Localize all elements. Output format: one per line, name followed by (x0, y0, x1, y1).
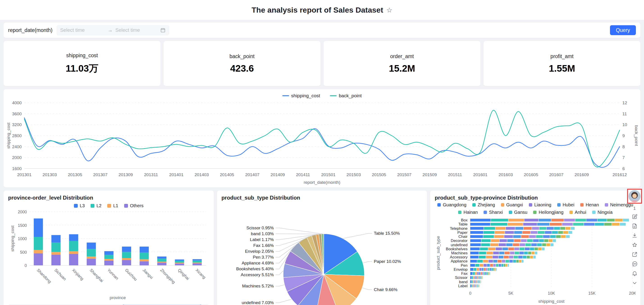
svg-text:201405: 201405 (220, 172, 234, 177)
hbar-segment-Guangdong (470, 260, 477, 262)
legend-swatch (472, 203, 476, 206)
hbar-chart[interactable]: 05K10K15K20KBoxTableTelephonePaperChairD… (435, 217, 636, 305)
hbar-segment-Henan (514, 239, 521, 242)
legend-item-Hainan[interactable]: Hainan (458, 210, 478, 215)
kpi-value: 423.6 (230, 63, 254, 74)
legend-item-Anhui[interactable]: Anhui (570, 210, 586, 215)
bar-segment-L1 (175, 263, 184, 264)
legend-item-Others[interactable]: Others (124, 203, 144, 208)
hbar-segment-Guangdong (470, 280, 472, 283)
hbar-segment-Anhui (538, 248, 542, 250)
svg-text:201409: 201409 (270, 172, 285, 177)
line-chart-card: shipping_costback_point 1600620007240082… (4, 89, 640, 188)
hbar-segment-Ningxia (490, 272, 490, 275)
hbar-segment-Ningxia (566, 235, 570, 238)
bar-segment-L3 (52, 235, 60, 242)
legend-item-shipping_cost[interactable]: shipping_cost (282, 93, 320, 98)
bar-segment-L3 (140, 247, 149, 252)
end-time-input[interactable]: Select time (115, 27, 160, 33)
legend-item-L3[interactable]: L3 (74, 203, 85, 208)
kpi-row: shipping_cost 11.03万 back_point 423.6 or… (4, 41, 640, 86)
hbar-segment-Shanxi (586, 219, 597, 222)
filter-label: report_date(month) (8, 27, 52, 33)
hbar-segment-Zhejiang (472, 276, 473, 279)
chart-title: product_sub_type Distribution (222, 194, 423, 200)
hbar-segment-Hainan (484, 272, 485, 275)
chevron-down-icon[interactable] (629, 278, 640, 288)
star-icon[interactable] (629, 240, 640, 250)
pie-chart[interactable]: Scissor 0.95%band 1.03%Label 1.17%Fax 1.… (222, 202, 422, 305)
legend-item-back_point[interactable]: back_point (330, 93, 362, 98)
legend-item-Guangxi[interactable]: Guangxi (501, 202, 523, 208)
start-time-input[interactable]: Select time (60, 27, 105, 33)
hbar-segment-Liaoning (477, 272, 479, 275)
hbar-segment-Shanxi (543, 235, 550, 238)
hbar-segment-Hubei (499, 256, 504, 258)
legend-swatch (557, 203, 561, 206)
hbar-segment-Guangxi (508, 219, 524, 222)
hbar-segment-Liaoning (493, 252, 499, 254)
edit-icon[interactable] (629, 212, 640, 221)
favorite-star-icon[interactable]: ☆ (386, 6, 392, 14)
legend-item-Liaoning[interactable]: Liaoning (529, 202, 552, 208)
svg-text:product_sub_type: product_sub_type (436, 236, 441, 270)
legend-label: Henan (586, 202, 599, 208)
bottom-charts-row: province-order_level Distribution L3L2L1… (4, 190, 640, 305)
legend-item-Shanxi[interactable]: Shanxi (484, 210, 503, 215)
hbar-segment-Guangdong (470, 256, 478, 258)
hbar-segment-Hubei (502, 248, 508, 250)
hbar-segment-Guangxi (473, 284, 474, 287)
hbar-segment-Heilongjiang (494, 268, 494, 271)
chart-title: province-order_level Distribution (8, 194, 209, 200)
bar-segment-Others (87, 258, 96, 265)
hbar-segment-Henan (513, 243, 519, 246)
bell-icon[interactable] (629, 268, 640, 278)
query-button[interactable]: Query (610, 25, 636, 35)
download-icon[interactable] (629, 231, 640, 240)
svg-text:Accessory 5.51%: Accessory 5.51% (241, 272, 274, 277)
stacked-bar-chart[interactable]: 0500100015002000ShandongSichuanXinjiangS… (8, 209, 209, 302)
legend-item-Guangdong[interactable]: Guangdong (437, 202, 466, 208)
document-export-icon[interactable] (629, 221, 640, 231)
legend-swatch (90, 204, 94, 208)
share-icon[interactable] (629, 250, 640, 259)
hbar-segment-Hainan (478, 280, 478, 283)
hbar-segment-Gansu (537, 243, 542, 246)
hbar-segment-Anhui (566, 227, 570, 230)
legend-item-Hubei[interactable]: Hubei (557, 202, 574, 208)
kpi-label: order_amt (390, 54, 414, 60)
hbar-segment-Gansu (486, 272, 488, 275)
hbar-segment-Guangdong (470, 223, 490, 226)
bar-segment-L1 (69, 251, 78, 254)
legend-item-L2[interactable]: L2 (90, 203, 102, 208)
avatar[interactable] (627, 189, 642, 204)
hbar-segment-Hubei (538, 223, 550, 226)
bar-segment-L2 (157, 258, 166, 262)
svg-text:6: 6 (622, 166, 625, 171)
bar-segment-L2 (193, 260, 202, 263)
svg-text:2400: 2400 (12, 144, 22, 149)
comment-icon[interactable] (629, 259, 640, 268)
hbar-segment-Heilongjiang (542, 243, 546, 246)
legend-item-Heilongjiang[interactable]: Heilongjiang (533, 210, 563, 215)
hbar-segment-Liaoning (474, 284, 474, 287)
line-chart[interactable]: 1600620007240082800932001036001140001220… (4, 99, 640, 186)
legend-item-Zhejiang[interactable]: Zhejiang (472, 202, 495, 208)
hbar-segment-Guangdong (470, 227, 484, 230)
legend-item-L1[interactable]: L1 (107, 203, 118, 208)
svg-text:Xicang: Xicang (195, 268, 207, 280)
bar-segment-L3 (87, 242, 96, 249)
toolbar-badge: 1 (634, 206, 636, 211)
legend-item-Ningxia[interactable]: Ningxia (592, 210, 613, 215)
hbar-segment-Heilongjiang (516, 260, 519, 262)
svg-text:2000: 2000 (12, 155, 22, 160)
legend-item-Gansu[interactable]: Gansu (509, 210, 528, 215)
svg-text:Machines 5.72%: Machines 5.72% (242, 284, 274, 288)
hbar-segment-Gansu (524, 252, 528, 254)
date-range-picker[interactable]: Select time → Select time (56, 25, 169, 35)
svg-text:Shandong: Shandong (36, 268, 52, 284)
legend-item-Henan[interactable]: Henan (580, 202, 599, 208)
calendar-icon[interactable] (160, 28, 166, 33)
svg-text:201603: 201603 (498, 172, 513, 177)
filter-bar: report_date(month) Select time → Select … (4, 22, 640, 38)
